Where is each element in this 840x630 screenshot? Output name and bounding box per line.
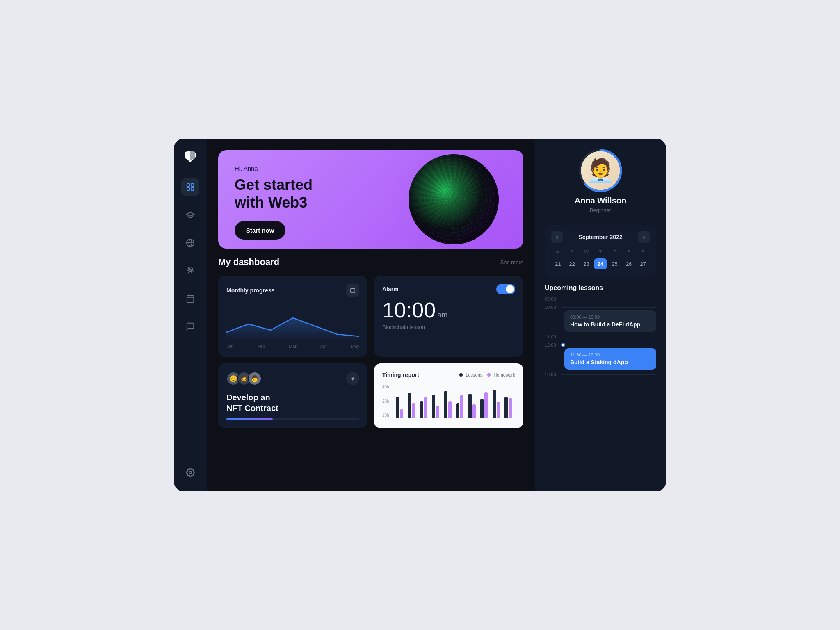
bar-group-5 [444,391,455,418]
svg-rect-3 [191,188,194,190]
hero-title: Get started with Web3 [235,176,358,211]
right-panel: 🧑‍💼 Anna Willson Beginner ‹ September 20… [535,139,666,491]
sidebar-item-learn[interactable] [181,206,199,224]
main-content: Hi, Anna Get started with Web3 Start now… [207,139,535,491]
calendar-next-button[interactable]: › [638,231,650,243]
day-label-w: W [580,248,593,256]
bar-lessons-8 [480,399,484,418]
cal-day-26[interactable]: 26 [622,258,636,269]
calendar-header: ‹ September 2022 › [551,231,650,243]
bar-lessons-1 [396,397,399,418]
upcoming-lessons-section: Upcoming lessons 09:00 10:00 09:00 — 10:… [545,284,656,378]
time-label-0900: 09:00 [545,297,561,301]
bar-homework-3 [424,397,427,418]
bar-homework-8 [484,392,488,418]
hero-card: Hi, Anna Get started with Web3 Start now [218,150,523,249]
bar-lessons-5 [444,391,447,418]
sidebar-item-awards[interactable] [181,262,199,280]
legend-homework: Homework [487,372,515,377]
sidebar-item-settings[interactable] [181,463,199,482]
dashboard-title: My dashboard [218,257,279,267]
time-label-1300: 13:00 [545,372,561,377]
time-divider-1200 [569,345,656,345]
lesson-1-time-range: 09:00 — 10:00 [570,315,651,320]
sidebar [174,139,207,491]
legend-lessons: Lessons [459,372,482,377]
timing-chart-area: 40h 20h 10h [382,385,515,418]
bar-lessons-7 [468,394,472,418]
cal-day-27[interactable]: 27 [636,258,650,269]
day-label-s1: S [622,248,636,256]
calendar-days: 21 22 23 24 25 26 27 [551,258,650,269]
chart-header: Monthly progress [226,284,359,297]
bar-group-8 [480,392,491,418]
sidebar-item-messages[interactable] [181,317,199,336]
current-time-dot [561,343,565,347]
sidebar-item-dashboard[interactable] [181,178,199,196]
nft-project-title: Develop anNFT Contract [226,392,359,413]
dashboard-grid: Monthly progress [218,276,523,428]
bar-group-7 [468,394,479,418]
favorite-button[interactable]: ♥ [346,372,359,385]
timing-report-card: Timing report Lessons Homework [374,363,523,428]
svg-rect-2 [187,188,189,190]
day-label-f: F [608,248,621,256]
app-container: Hi, Anna Get started with Web3 Start now… [174,139,666,491]
time-row-0900: 09:00 [545,297,656,301]
timing-title: Timing report [382,372,419,378]
avatar-group: 😊 🧔 👨 [226,372,262,386]
bar-lessons-2 [408,393,411,418]
homework-dot [487,373,491,377]
time-row-1300: 13:00 [545,372,656,377]
sidebar-item-calendar[interactable] [181,290,199,308]
avatar-3: 👨 [248,372,262,386]
day-label-s2: S [636,248,650,256]
cal-day-25[interactable]: 25 [608,258,621,269]
bar-homework-10 [509,398,512,418]
sidebar-bottom [181,463,199,482]
timing-legend: Lessons Homework [459,372,515,377]
calendar-prev-button[interactable]: ‹ [551,231,563,243]
lesson-card-1[interactable]: 09:00 — 10:00 How to Build a DeFi dApp [564,310,656,332]
alarm-subtitle: Blockchain lesson [382,324,515,330]
time-label-1000: 10:00 [545,305,561,310]
time-row-1200: 12:00 [545,342,656,347]
bar-homework-2 [412,403,415,418]
day-label-t1: T [566,248,579,256]
lesson-card-2[interactable]: 11:30 — 12:30 Build a Staking dApp [564,348,656,370]
alarm-time: 10:00 am [382,299,515,321]
bar-homework-5 [448,401,452,418]
svg-rect-8 [351,288,355,293]
dashboard-header: My dashboard See more [218,257,523,267]
profile-section: 🧑‍💼 Anna Willson Beginner [545,150,656,217]
timing-y-labels: 40h 20h 10h [382,385,389,418]
profile-name: Anna Willson [575,196,626,205]
alarm-toggle[interactable] [496,284,515,294]
bar-lessons-3 [420,401,423,418]
bar-lessons-6 [456,403,459,418]
time-divider-1100 [561,337,656,337]
time-divider-1300 [561,374,656,375]
bar-lessons-9 [493,390,496,418]
svg-rect-0 [187,184,189,186]
cal-day-23[interactable]: 23 [580,258,593,269]
bar-group-6 [456,395,467,418]
lesson-2-name: Build a Staking dApp [570,359,651,365]
sidebar-item-explore[interactable] [181,234,199,252]
see-more-link[interactable]: See more [500,259,523,265]
alarm-card: Alarm 10:00 am Blockchain lesson [374,276,523,357]
start-now-button[interactable]: Start now [235,221,285,240]
lessons-dot [459,373,463,377]
time-label-1200: 12:00 [545,342,561,347]
project-progress-bar [226,418,359,420]
bar-group-2 [408,393,418,418]
upcoming-title: Upcoming lessons [545,284,656,292]
cal-day-24[interactable]: 24 [594,258,607,269]
schedule-container: 09:00 10:00 09:00 — 10:00 How to Build a… [545,297,656,377]
chart-labels: Jan Feb Mar Apr May [226,344,359,349]
project-progress-fill [226,418,273,420]
chart-calendar-button[interactable] [346,284,359,297]
chart-title: Monthly progress [226,287,274,294]
cal-day-21[interactable]: 21 [551,258,565,269]
cal-day-22[interactable]: 22 [566,258,579,269]
